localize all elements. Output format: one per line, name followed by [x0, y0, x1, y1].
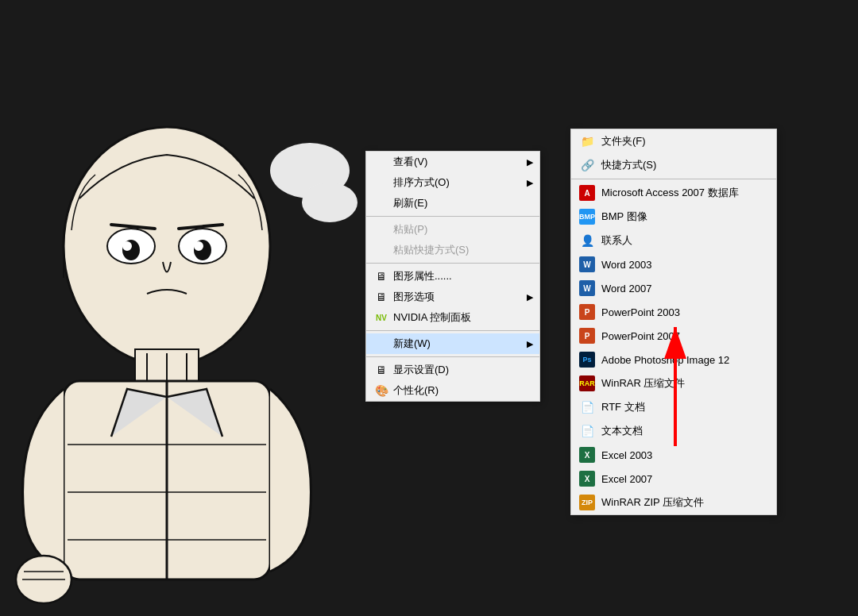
- menu-item-refresh[interactable]: 刷新(E): [366, 193, 539, 214]
- menu-item-view[interactable]: 查看(V) ▶: [366, 152, 539, 172]
- submenu-item-winrar-zip[interactable]: ZIP WinRAR ZIP 压缩文件: [571, 491, 776, 514]
- separator-2: [366, 263, 539, 264]
- access-icon: A: [579, 185, 595, 201]
- word2003-icon: W: [579, 256, 595, 272]
- menu-item-graphics-options[interactable]: 🖥 图形选项 ▶: [366, 287, 539, 307]
- sort-icon: [374, 175, 388, 190]
- menu-item-personalize[interactable]: 🎨 个性化(R): [366, 380, 539, 401]
- submenu-item-excel2007[interactable]: X Excel 2007: [571, 467, 776, 491]
- separator-3: [366, 330, 539, 331]
- submenu-item-bmp[interactable]: BMP BMP 图像: [571, 205, 776, 229]
- arrow-icon: ▶: [527, 292, 533, 302]
- menu-item-graphics-props[interactable]: 🖥 图形属性......: [366, 266, 539, 287]
- submenu-item-word2003[interactable]: W Word 2003: [571, 252, 776, 276]
- txt-icon: 📄: [579, 423, 595, 439]
- svg-point-8: [195, 242, 203, 250]
- photoshop-icon: Ps: [579, 352, 595, 368]
- ppt2003-icon: P: [579, 304, 595, 320]
- submenu-item-access[interactable]: A Microsoft Access 2007 数据库: [571, 181, 776, 205]
- personalize-icon: 🎨: [374, 383, 388, 398]
- submenu-item-word2007[interactable]: W Word 2007: [571, 276, 776, 300]
- contact-icon: 👤: [579, 233, 595, 248]
- paste-icon: [374, 222, 388, 237]
- excel2003-icon: X: [579, 447, 595, 463]
- rtf-icon: 📄: [579, 399, 595, 415]
- context-menu: 查看(V) ▶ 排序方式(O) ▶ 刷新(E) 粘贴(P) 粘贴快捷方式(S) …: [365, 151, 540, 402]
- ppt2007-icon: P: [579, 328, 595, 344]
- word2007-icon: W: [579, 280, 595, 296]
- submenu-item-shortcut[interactable]: 🔗 快捷方式(S): [571, 153, 776, 177]
- shortcut-icon: 🔗: [579, 157, 595, 173]
- menu-item-paste-shortcut[interactable]: 粘贴快捷方式(S): [366, 240, 539, 260]
- menu-item-display-settings[interactable]: 🖥 显示设置(D): [366, 360, 539, 380]
- svg-point-0: [64, 127, 270, 365]
- separator-1: [366, 216, 539, 217]
- winrar-zip-icon: ZIP: [579, 495, 595, 510]
- separator-4: [366, 356, 539, 357]
- nvidia-icon: NV: [374, 310, 388, 325]
- background-character: [0, 0, 334, 616]
- refresh-icon: [374, 196, 388, 210]
- submenu-item-contact[interactable]: 👤 联系人: [571, 229, 776, 252]
- folder-icon: 📁: [579, 133, 595, 149]
- display-settings-icon: 🖥: [374, 363, 388, 377]
- view-icon: [374, 155, 388, 169]
- red-arrow-annotation: [644, 311, 707, 457]
- submenu-separator-1: [571, 179, 776, 179]
- menu-item-sort[interactable]: 排序方式(O) ▶: [366, 172, 539, 193]
- arrow-icon: ▶: [527, 339, 533, 349]
- bmp-icon: BMP: [579, 209, 595, 225]
- new-icon: [374, 337, 388, 351]
- display-icon: 🖥: [374, 269, 388, 283]
- svg-point-5: [123, 242, 131, 250]
- paste-shortcut-icon: [374, 243, 388, 257]
- excel2007-icon: X: [579, 471, 595, 487]
- speech-bubble-2: [302, 183, 358, 222]
- menu-item-paste[interactable]: 粘贴(P): [366, 219, 539, 240]
- display2-icon: 🖥: [374, 290, 388, 304]
- winrar-icon: RAR: [579, 375, 595, 391]
- menu-item-nvidia[interactable]: NV NVIDIA 控制面板: [366, 307, 539, 328]
- menu-item-new[interactable]: 新建(W) ▶: [366, 333, 539, 354]
- arrow-icon: ▶: [527, 157, 533, 167]
- arrow-icon: ▶: [527, 178, 533, 188]
- submenu-item-folder[interactable]: 📁 文件夹(F): [571, 129, 776, 153]
